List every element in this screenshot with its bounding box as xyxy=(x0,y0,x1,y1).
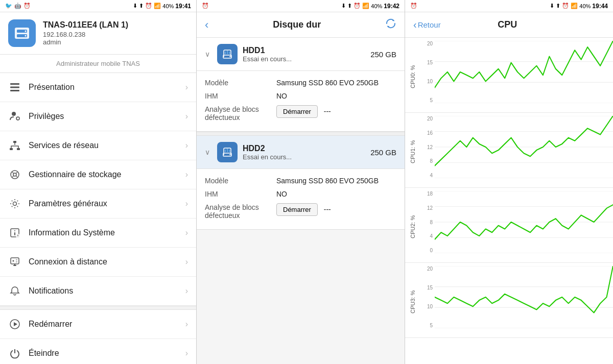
hdd1-details: Modèle Samsung SSD 860 EVO 250GB IHM NO … xyxy=(197,71,405,132)
cpu-page-title: CPU xyxy=(441,19,574,30)
download-icon-3: ⬇ xyxy=(550,3,554,9)
alarm-icon-2: ⏰ xyxy=(202,3,209,9)
menu-item-parametres-label: Paramètres généraux xyxy=(29,199,178,208)
alarm-icon: ⏰ xyxy=(145,3,152,9)
status-left-icons: 🐦 🤖 ⏰ xyxy=(5,3,31,9)
back-button-cpu[interactable]: ‹ Retour xyxy=(413,19,441,31)
android-icon: 🤖 xyxy=(14,3,21,9)
svg-rect-7 xyxy=(10,90,19,91)
svg-rect-21 xyxy=(13,265,16,266)
person-gear-icon xyxy=(8,110,21,123)
status-bar-3: ⏰ ⬇ ⬆ ⏰ 📶 40% 19:44 xyxy=(405,0,613,12)
menu-item-services-label: Services de réseau xyxy=(29,141,178,150)
menu-item-redemarrer[interactable]: Redémarrer › xyxy=(0,310,196,339)
upload-icon-3: ⬆ xyxy=(556,3,560,9)
svg-rect-18 xyxy=(14,232,15,235)
svg-point-27 xyxy=(229,56,230,57)
svg-rect-6 xyxy=(10,87,19,88)
cpu-label-2: CPU2: % xyxy=(405,191,420,262)
gear-icon xyxy=(8,197,21,210)
hdd1-header[interactable]: ∨ HDD1 Essai en cours... 250 GB xyxy=(197,38,405,71)
cpu-y-label: 8 xyxy=(430,220,433,225)
status-bar-2: ⏰ ⬇ ⬆ ⏰ 📶 40% 19:42 xyxy=(197,0,405,12)
hdd2-header[interactable]: ∨ HDD2 Essai en cours... 250 GB xyxy=(197,136,405,169)
chevron-right-icon: › xyxy=(185,257,188,266)
hdd1-name: HDD1 Essai en cours... xyxy=(243,46,365,63)
hdd2-analyse-key: Analyse de blocs défectueux xyxy=(205,203,276,220)
upload-icon-2: ⬆ xyxy=(347,3,352,9)
cpu-y-label: 10 xyxy=(427,79,433,84)
svg-point-14 xyxy=(13,173,16,176)
cpu-label-0: CPU0: % xyxy=(405,41,420,112)
hdd2-extra: --- xyxy=(324,205,331,213)
hdd1-model-val: Samsung SSD 860 EVO 250GB xyxy=(276,79,396,87)
app-info: TNAS-011EE4 (LAN 1) 192.168.0.238 admin xyxy=(43,20,128,46)
chevron-right-icon: › xyxy=(185,83,188,92)
menu-item-info-systeme[interactable]: Information du Système › xyxy=(0,219,196,248)
status-left-icons-3: ⏰ xyxy=(410,3,417,9)
menu-item-storage[interactable]: Gestionnaire de stockage › xyxy=(0,160,196,189)
svg-point-13 xyxy=(11,171,19,179)
hdd2-ihm-key: IHM xyxy=(205,190,276,198)
hdd1-ihm-key: IHM xyxy=(205,92,276,100)
status-time-3: 19:44 xyxy=(592,3,608,10)
chevron-right-icon: › xyxy=(185,228,188,237)
hdd1-status: Essai en cours... xyxy=(243,55,365,63)
cpu-chart-area-3: 2015105 xyxy=(420,266,613,337)
menu-item-notifications[interactable]: Notifications › xyxy=(0,277,196,306)
cpu-chart-row-1: CPU1: %20161284 xyxy=(405,113,613,188)
menu-item-presentation-label: Présentation xyxy=(29,83,178,92)
info-system-icon xyxy=(8,226,21,239)
menu-item-info-label: Information du Système xyxy=(29,228,178,237)
cpu-y-label: 12 xyxy=(427,205,433,211)
hdd2-demarrer-btn[interactable]: Démarrer xyxy=(276,203,318,216)
wifi-icon-3: 📶 xyxy=(571,3,578,9)
svg-point-17 xyxy=(14,230,15,231)
svg-point-4 xyxy=(25,35,27,37)
battery-label-2: 40% xyxy=(371,3,382,9)
menu-item-privileges[interactable]: Privilèges › xyxy=(0,102,196,131)
svg-rect-10 xyxy=(13,141,16,143)
cpu-y-label: 4 xyxy=(430,233,433,239)
menu-item-eteindre[interactable]: Éteindre › xyxy=(0,339,196,364)
chevron-right-icon: › xyxy=(185,349,188,358)
hdd2-analyse-val: Démarrer --- xyxy=(276,203,396,216)
hdd2-status: Essai en cours... xyxy=(243,153,365,161)
back-button-disk[interactable]: ‹ xyxy=(205,18,208,32)
cpu-y-label: 5 xyxy=(430,323,433,328)
menu-item-parametres[interactable]: Paramètres généraux › xyxy=(0,189,196,219)
list-icon xyxy=(8,81,21,94)
hdd1-demarrer-btn[interactable]: Démarrer xyxy=(276,105,318,118)
wifi-icon-2: 📶 xyxy=(362,3,369,9)
svg-point-23 xyxy=(13,260,14,262)
battery-label: 40% xyxy=(162,3,174,9)
cpu-y-label: 20 xyxy=(427,266,433,272)
menu-item-privileges-label: Privilèges xyxy=(29,112,178,121)
cpu-y-axis-2: 1812840 xyxy=(420,191,435,253)
menu-item-presentation[interactable]: Présentation › xyxy=(0,73,196,102)
menu-item-services-reseau[interactable]: Services de réseau › xyxy=(0,131,196,160)
chevron-right-icon: › xyxy=(185,320,188,329)
hdd2-chevron-icon: ∨ xyxy=(205,148,210,156)
cpu-y-axis-3: 2015105 xyxy=(420,266,435,328)
cpu-label-3: CPU3: % xyxy=(405,266,420,337)
back-chevron-icon: ‹ xyxy=(413,19,417,31)
cpu-y-label: 15 xyxy=(427,60,433,65)
cpu-chart-row-2: CPU2: %1812840 xyxy=(405,188,613,263)
disk-list: ∨ HDD1 Essai en cours... 250 GB Modèle S… xyxy=(197,38,405,364)
svg-point-8 xyxy=(12,112,16,116)
menu-item-connexion[interactable]: Connexion à distance › xyxy=(0,248,196,277)
menu-divider xyxy=(0,306,196,310)
refresh-button[interactable] xyxy=(385,18,396,32)
panel-cpu: ⏰ ⬇ ⬆ ⏰ 📶 40% 19:44 ‹ Retour CPU CPU0: %… xyxy=(405,0,613,364)
cpu-chart-area-1: 20161284 xyxy=(420,116,613,187)
nas-icon xyxy=(13,25,31,42)
cpu-y-label: 0 xyxy=(430,248,433,253)
menu-item-storage-label: Gestionnaire de stockage xyxy=(29,170,178,179)
hdd1-model-row: Modèle Samsung SSD 860 EVO 250GB xyxy=(205,76,396,89)
wifi-icon: 📶 xyxy=(154,3,161,9)
hdd1-icon xyxy=(217,44,238,64)
hdd1-name-label: HDD1 xyxy=(243,46,365,55)
hdd2-model-val: Samsung SSD 860 EVO 250GB xyxy=(276,177,396,185)
app-header: TNAS-011EE4 (LAN 1) 192.168.0.238 admin xyxy=(0,12,196,55)
